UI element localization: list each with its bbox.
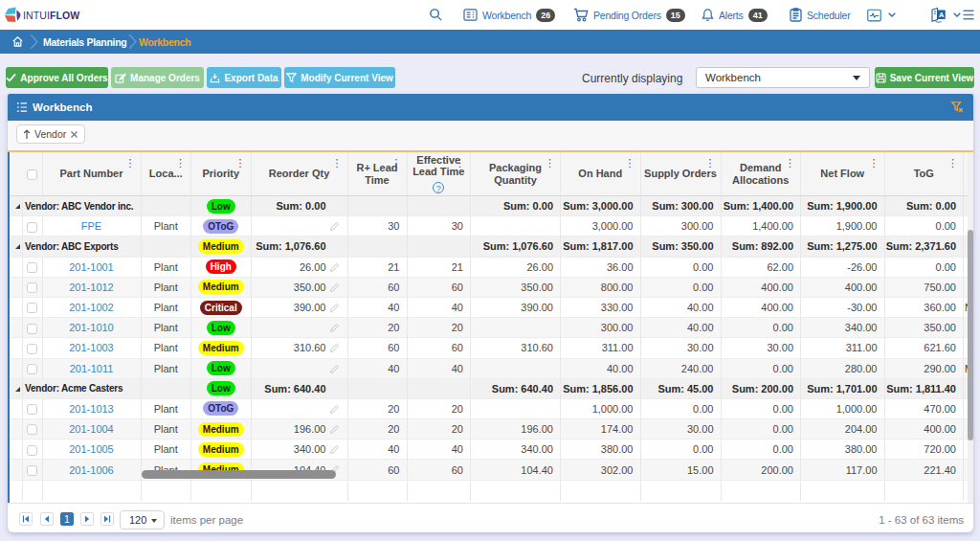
svg-text:A: A <box>939 11 945 19</box>
